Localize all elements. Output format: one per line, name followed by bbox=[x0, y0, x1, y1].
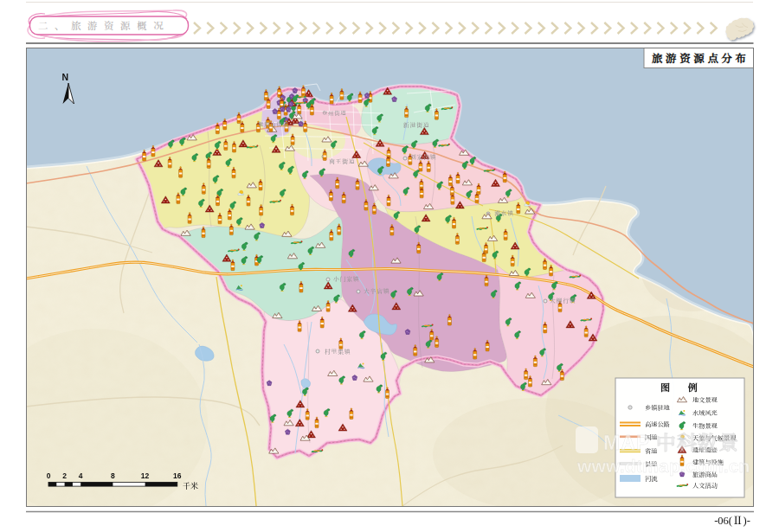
svg-text:2: 2 bbox=[62, 471, 67, 480]
svg-text:16: 16 bbox=[173, 471, 182, 480]
svg-text:12: 12 bbox=[141, 471, 150, 480]
svg-text:刘家沟镇: 刘家沟镇 bbox=[410, 152, 436, 161]
svg-text:村里集镇: 村里集镇 bbox=[325, 347, 351, 356]
svg-text:0: 0 bbox=[47, 471, 51, 480]
svg-text:生物景观: 生物景观 bbox=[692, 421, 718, 430]
svg-text:登州街道: 登州街道 bbox=[322, 109, 346, 117]
svg-text:新港街道: 新港街道 bbox=[403, 120, 429, 129]
svg-text:大柳行镇: 大柳行镇 bbox=[550, 296, 576, 304]
svg-text:-06(Ⅱ)-: -06(Ⅱ)- bbox=[714, 512, 750, 528]
svg-text:千米: 千米 bbox=[183, 480, 198, 491]
svg-text:二、旅游资源概况: 二、旅游资源概况 bbox=[38, 18, 170, 32]
svg-text:南王街道: 南王街道 bbox=[329, 157, 355, 165]
svg-text:www.dtmap.com.cn: www.dtmap.com.cn bbox=[576, 456, 750, 476]
svg-text:乡镇驻地: 乡镇驻地 bbox=[645, 403, 670, 412]
svg-text:旅游资源点分布: 旅游资源点分布 bbox=[652, 50, 750, 66]
svg-text:潮水镇: 潮水镇 bbox=[494, 208, 514, 217]
svg-text:N: N bbox=[62, 72, 69, 82]
svg-text:地文景观: 地文景观 bbox=[692, 395, 718, 404]
svg-text:大辛店镇: 大辛店镇 bbox=[364, 286, 390, 295]
svg-text:小门家镇: 小门家镇 bbox=[333, 274, 359, 283]
svg-text:MAP 中科数景: MAP 中科数景 bbox=[603, 432, 739, 454]
svg-text:高速公路: 高速公路 bbox=[645, 420, 670, 428]
svg-text:人文活动: 人文活动 bbox=[692, 481, 718, 490]
svg-text:图例: 图例 bbox=[660, 380, 716, 394]
svg-text:8: 8 bbox=[111, 471, 115, 480]
svg-text:紫荆山街道: 紫荆山街道 bbox=[258, 120, 288, 128]
svg-text:水域风光: 水域风光 bbox=[692, 408, 718, 417]
svg-text:4: 4 bbox=[79, 471, 83, 480]
